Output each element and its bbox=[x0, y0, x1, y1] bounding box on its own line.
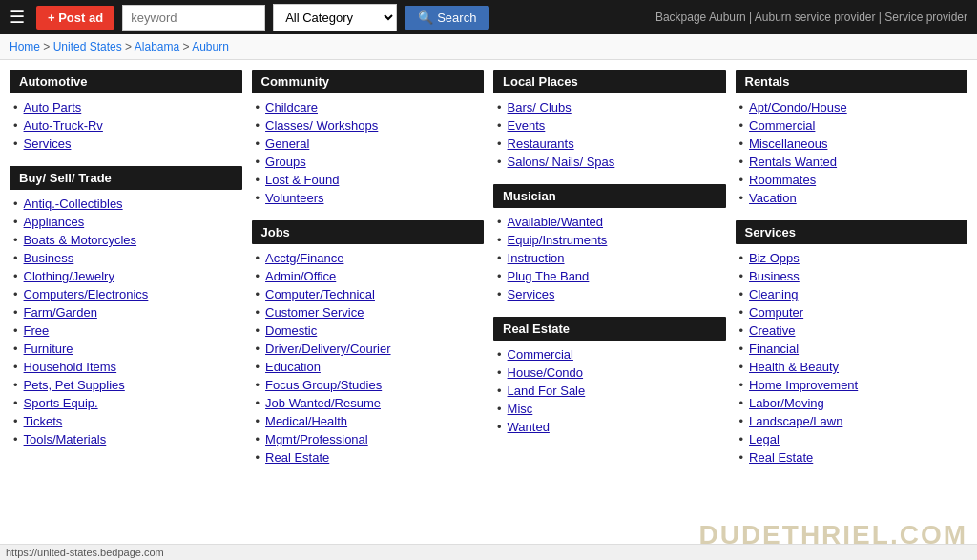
list-item: Computers/Electronics bbox=[13, 285, 242, 303]
list-item: Clothing/Jewelry bbox=[13, 267, 242, 285]
list-item: Miscellaneous bbox=[739, 135, 968, 153]
list-item: House/Condo bbox=[497, 363, 726, 382]
musician-header: Musician bbox=[493, 184, 726, 208]
list-item: Services bbox=[497, 285, 726, 303]
list-item: Boats & Motorcycles bbox=[13, 231, 242, 249]
real-estate-list: Commercial House/Condo Land For Sale Mis… bbox=[493, 345, 726, 436]
automotive-header: Automotive bbox=[10, 70, 242, 93]
list-item: Furniture bbox=[13, 340, 242, 358]
list-item: Landscape/Lawn bbox=[739, 412, 968, 430]
keyword-input[interactable] bbox=[122, 5, 265, 31]
list-item: Farm/Garden bbox=[13, 303, 242, 321]
list-item: Domestic bbox=[256, 321, 485, 340]
list-item: Free bbox=[13, 321, 242, 340]
real-estate-header: Real Estate bbox=[493, 317, 726, 341]
list-item: Sports Equip. bbox=[13, 394, 242, 412]
list-item: Antiq.-Collectibles bbox=[13, 195, 242, 213]
post-ad-button[interactable]: + Post ad bbox=[36, 6, 114, 30]
list-item: Business bbox=[13, 249, 242, 267]
list-item: Land For Sale bbox=[497, 382, 726, 400]
list-item: Tickets bbox=[13, 412, 242, 430]
list-item: Acctg/Finance bbox=[256, 249, 485, 267]
list-item: Cleaning bbox=[739, 285, 968, 303]
list-item: Classes/ Workshops bbox=[256, 116, 485, 135]
list-item: Groups bbox=[256, 153, 485, 171]
services-header: Services bbox=[736, 220, 968, 244]
list-item: Salons/ Nails/ Spas bbox=[497, 153, 726, 171]
list-item: Real Estate bbox=[739, 448, 968, 467]
search-icon: 🔍 bbox=[418, 10, 433, 25]
list-item: Tools/Materials bbox=[13, 430, 242, 448]
community-header: Community bbox=[252, 70, 485, 93]
list-item: Apt/Condo/House bbox=[739, 98, 968, 116]
list-item: General bbox=[256, 135, 485, 153]
breadcrumb-home[interactable]: Home bbox=[10, 40, 40, 53]
jobs-header: Jobs bbox=[252, 220, 485, 244]
list-item: Plug The Band bbox=[497, 267, 726, 285]
column-2: Community Childcare Classes/ Workshops G… bbox=[252, 70, 485, 480]
category-select[interactable]: All Category bbox=[273, 4, 397, 31]
musician-list: Available/Wanted Equip/Instruments Instr… bbox=[493, 213, 726, 303]
list-item: Admin/Office bbox=[256, 267, 485, 285]
list-item: Volunteers bbox=[256, 189, 485, 207]
list-item: Equip/Instruments bbox=[497, 231, 726, 249]
list-item: Rentals Wanted bbox=[739, 153, 968, 171]
site-title: Backpage Auburn | Auburn service provide… bbox=[655, 10, 967, 24]
navbar: ☰ + Post ad All Category 🔍 Search Backpa… bbox=[0, 0, 977, 34]
list-item: Real Estate bbox=[256, 448, 485, 467]
list-item: Events bbox=[497, 116, 726, 135]
list-item: Lost & Found bbox=[256, 171, 485, 189]
list-item: Computer/Technical bbox=[256, 285, 485, 303]
list-item: Legal bbox=[739, 430, 968, 448]
list-item: Auto-Truck-Rv bbox=[13, 116, 242, 135]
list-item: Household Items bbox=[13, 358, 242, 376]
list-item: Services bbox=[13, 135, 242, 153]
list-item: Business bbox=[739, 267, 968, 285]
list-item: Medical/Health bbox=[256, 412, 485, 430]
list-item: Mgmt/Professional bbox=[256, 430, 485, 448]
list-item: Vacation bbox=[739, 189, 968, 207]
breadcrumb-state[interactable]: Alabama bbox=[135, 40, 179, 53]
column-3: Local Places Bars/ Clubs Events Restaura… bbox=[493, 70, 726, 480]
main-content: Automotive Auto Parts Auto-Truck-Rv Serv… bbox=[0, 60, 977, 489]
search-button[interactable]: 🔍 Search bbox=[405, 6, 489, 30]
buy-sell-trade-list: Antiq.-Collectibles Appliances Boats & M… bbox=[10, 195, 242, 448]
list-item: Labor/Moving bbox=[739, 394, 968, 412]
list-item: Commercial bbox=[739, 116, 968, 135]
hamburger-icon[interactable]: ☰ bbox=[10, 7, 25, 28]
list-item: Home Improvement bbox=[739, 376, 968, 394]
list-item: Misc bbox=[497, 400, 726, 418]
list-item: Creative bbox=[739, 321, 968, 340]
list-item: Roommates bbox=[739, 171, 968, 189]
list-item: Restaurants bbox=[497, 135, 726, 153]
list-item: Health & Beauty bbox=[739, 358, 968, 376]
list-item: Customer Service bbox=[256, 303, 485, 321]
community-list: Childcare Classes/ Workshops General Gro… bbox=[252, 98, 485, 207]
local-places-header: Local Places bbox=[493, 70, 726, 93]
automotive-list: Auto Parts Auto-Truck-Rv Services bbox=[10, 98, 242, 153]
list-item: Pets, Pet Supplies bbox=[13, 376, 242, 394]
list-item: Available/Wanted bbox=[497, 213, 726, 231]
list-item: Bars/ Clubs bbox=[497, 98, 726, 116]
rentals-header: Rentals bbox=[736, 70, 968, 93]
column-1: Automotive Auto Parts Auto-Truck-Rv Serv… bbox=[10, 70, 242, 480]
list-item: Job Wanted/Resume bbox=[256, 394, 485, 412]
list-item: Instruction bbox=[497, 249, 726, 267]
list-item: Computer bbox=[739, 303, 968, 321]
list-item: Focus Group/Studies bbox=[256, 376, 485, 394]
list-item: Driver/Delivery/Courier bbox=[256, 340, 485, 358]
list-item: Education bbox=[256, 358, 485, 376]
breadcrumb-city[interactable]: Auburn bbox=[192, 40, 229, 53]
buy-sell-trade-header: Buy/ Sell/ Trade bbox=[10, 166, 242, 190]
breadcrumb: Home > United States > Alabama > Auburn bbox=[0, 34, 977, 60]
list-item: Auto Parts bbox=[13, 98, 242, 116]
list-item: Financial bbox=[739, 340, 968, 358]
rentals-list: Apt/Condo/House Commercial Miscellaneous… bbox=[736, 98, 968, 207]
list-item: Appliances bbox=[13, 213, 242, 231]
breadcrumb-country[interactable]: United States bbox=[53, 40, 122, 53]
list-item: Childcare bbox=[256, 98, 485, 116]
list-item: Commercial bbox=[497, 345, 726, 363]
local-places-list: Bars/ Clubs Events Restaurants Salons/ N… bbox=[493, 98, 726, 171]
list-item: Wanted bbox=[497, 418, 726, 436]
services-list: Biz Opps Business Cleaning Computer Crea… bbox=[736, 249, 968, 467]
